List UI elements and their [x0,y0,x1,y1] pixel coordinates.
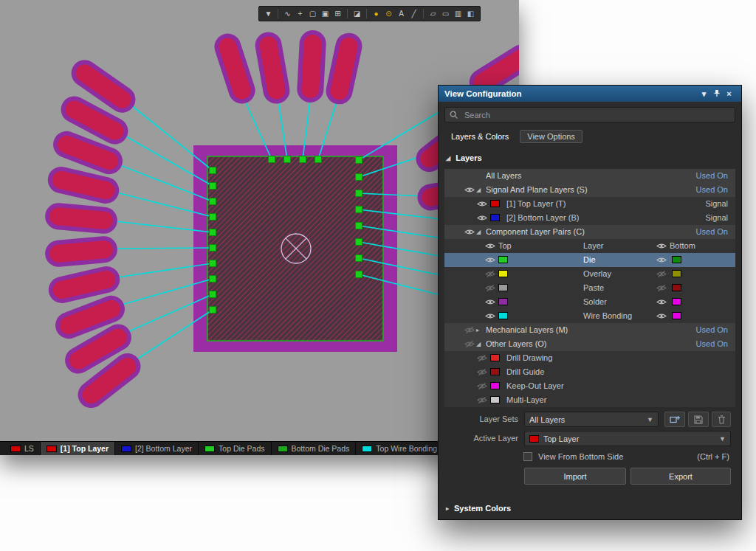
layer-row[interactable]: Solder [444,295,735,309]
search-input[interactable] [463,108,730,122]
search-box[interactable] [444,107,735,122]
layer-tab[interactable]: [2] Bottom Layer [115,442,199,455]
region-icon[interactable]: ▭ [440,7,451,20]
eye-hidden-icon[interactable] [656,270,667,278]
eye-visible-icon[interactable] [485,298,495,306]
tab-layers-and-colors[interactable]: Layers & Colors [444,131,515,142]
union-icon[interactable]: ▣ [320,7,331,20]
layer-row[interactable]: Drill Drawing [444,351,735,365]
layer-tab[interactable]: Top Wire Bonding [356,442,444,455]
layer-color-swatch[interactable] [490,354,500,361]
panel-titlebar[interactable]: View Configuration ▾ × [439,86,741,102]
layer-row[interactable]: Multi-Layer [444,393,735,407]
eye-visible-icon[interactable] [477,214,487,222]
marquee-select-icon[interactable]: ▢ [307,7,318,20]
layer-color-swatch[interactable] [498,284,508,291]
layer-group-row[interactable]: ◢Component Layer Pairs (C)Used On [444,225,735,239]
line-icon[interactable]: ╱ [408,7,419,20]
eye-hidden-icon[interactable] [477,382,487,390]
layer-color-swatch[interactable] [498,270,508,277]
layer-row[interactable]: Paste [444,281,735,295]
group-expanded-icon[interactable]: ◢ [476,341,481,347]
panel-close-icon[interactable]: × [723,89,735,98]
chart-icon[interactable]: ▥ [453,7,464,20]
eye-hidden-icon[interactable] [485,284,495,292]
layer-row[interactable]: Keep-Out Layer [444,379,735,393]
layer-color-swatch[interactable] [498,312,508,319]
layer-row[interactable]: All LayersUsed On [444,169,735,183]
layer-group-row[interactable]: ◢Signal And Plane Layers (S)Used On [444,183,735,197]
layer-row[interactable]: Die [444,253,735,267]
align-icon[interactable]: ⊞ [332,7,343,20]
group-expanded-icon[interactable]: ◢ [476,229,481,235]
column-header-layer: Layer [583,241,604,250]
panel-pin-icon[interactable] [710,89,723,99]
tab-view-options[interactable]: View Options [520,130,583,143]
layer-color-swatch[interactable] [490,396,500,403]
layer-tab[interactable]: LS [4,442,41,455]
eye-visible-icon[interactable] [485,256,495,264]
eye-hidden-icon[interactable] [656,284,667,292]
filter-icon[interactable]: ▼ [263,7,274,20]
layer-color-swatch[interactable] [490,382,500,389]
layer-color-swatch[interactable] [672,270,681,277]
layer-tab[interactable]: Bottom Die Pads [272,442,357,455]
eye-visible-icon[interactable] [477,200,487,208]
eye-visible-icon[interactable] [656,242,667,250]
eye-hidden-icon[interactable] [464,340,475,348]
layer-color-swatch[interactable] [672,298,681,305]
layer-color-swatch[interactable] [490,368,500,375]
layer-row[interactable]: Overlay [444,267,735,281]
eye-hidden-icon[interactable] [485,270,495,278]
layer-row[interactable]: Drill Guide [444,365,735,379]
eye-visible-icon[interactable] [464,186,475,194]
layer-color-swatch[interactable] [498,298,508,305]
eye-hidden-icon[interactable] [464,326,475,334]
import-button[interactable]: Import [524,468,626,485]
panel-dropdown-icon[interactable]: ▾ [698,89,710,99]
eye-visible-icon[interactable] [656,256,667,264]
active-layer-dropdown[interactable]: Top Layer ▼ [524,431,731,446]
layer-group-row[interactable]: ▸Mechanical Layers (M)Used On [444,323,735,337]
save-layer-set-button[interactable] [688,412,709,427]
layers-section-header[interactable]: ◢ Layers [446,153,734,162]
layer-color-swatch[interactable] [672,312,681,319]
lasso-select-icon[interactable]: ∿ [282,7,293,20]
layer-color-swatch[interactable] [490,200,500,207]
layer-row[interactable]: [1] Top Layer (T)Signal [444,197,735,211]
eye-visible-icon[interactable] [485,312,495,320]
eye-visible-icon[interactable] [656,298,667,306]
eye-hidden-icon[interactable] [477,396,487,404]
eraser-icon[interactable]: ◪ [351,7,362,20]
group-expanded-icon[interactable]: ◢ [476,187,481,193]
eye-visible-icon[interactable] [656,312,667,320]
delete-layer-set-button[interactable] [712,412,731,427]
eye-visible-icon[interactable] [464,228,475,236]
move-icon[interactable]: + [295,7,306,20]
group-collapsed-icon[interactable]: ▸ [476,327,479,333]
layer-row[interactable]: Wire Bonding [444,309,735,323]
polygon-icon[interactable]: ▱ [427,7,439,20]
layer-tab[interactable]: Top Die Pads [199,442,271,455]
via-icon[interactable]: ● [371,7,382,20]
pad-icon[interactable]: ⊙ [383,7,394,20]
export-button[interactable]: Export [630,468,731,485]
layer-color-swatch[interactable] [672,284,681,291]
pair-header-row[interactable]: TopLayerBottom [444,239,735,253]
layer-color-swatch[interactable] [672,256,681,263]
eye-visible-icon[interactable] [485,242,495,250]
layer-color-swatch[interactable] [498,256,508,263]
layer-row[interactable]: [2] Bottom Layer (B)Signal [444,211,735,225]
add-layer-set-button[interactable] [664,412,685,427]
board-view-icon[interactable]: ◧ [465,7,476,20]
layer-color-swatch[interactable] [490,214,500,221]
view-from-bottom-label: View From Bottom Side [538,452,623,461]
layer-sets-dropdown[interactable]: All Layers ▼ [524,412,659,427]
layer-group-row[interactable]: ◢Other Layers (O)Used On [444,337,735,351]
text-icon[interactable]: A [396,7,407,20]
eye-hidden-icon[interactable] [477,354,487,362]
system-colors-section-header[interactable]: ▸ System Colors [446,504,734,513]
layer-tab[interactable]: [1] Top Layer [41,442,115,455]
eye-hidden-icon[interactable] [477,368,487,376]
view-from-bottom-checkbox[interactable] [523,452,532,461]
